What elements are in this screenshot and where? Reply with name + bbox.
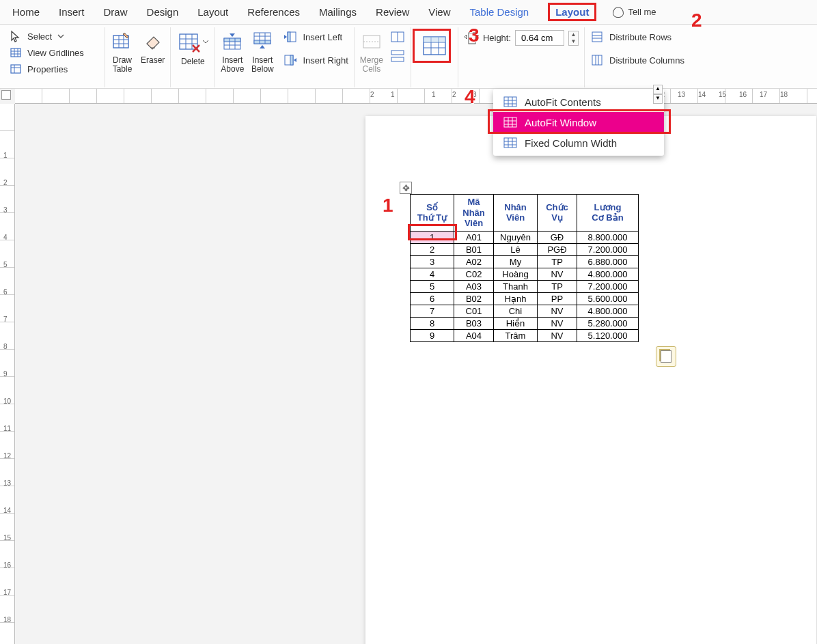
table-cell[interactable]: PGĐ bbox=[538, 243, 577, 255]
autofit-contents-item[interactable]: AutoFit Contents bbox=[493, 92, 664, 112]
table-cell[interactable]: NV bbox=[538, 329, 577, 341]
table-cell[interactable]: NV bbox=[538, 305, 577, 317]
menu-table-design[interactable]: Table Design bbox=[460, 2, 538, 22]
spin-down-icon[interactable]: ▼ bbox=[569, 38, 578, 45]
table-cell[interactable]: 5 bbox=[411, 280, 454, 292]
horizontal-ruler[interactable]: 21123456789101112131415161718 bbox=[15, 89, 817, 104]
table-cell[interactable]: GĐ bbox=[538, 231, 577, 243]
table-cell[interactable]: NV bbox=[538, 268, 577, 280]
table-move-handle[interactable]: ✥ bbox=[400, 182, 412, 194]
table-cell[interactable]: A01 bbox=[454, 231, 494, 243]
table-cell[interactable]: My bbox=[494, 255, 538, 268]
view-gridlines-button[interactable]: View Gridlines bbox=[10, 46, 99, 59]
table-cell[interactable]: A04 bbox=[454, 329, 494, 341]
spin-up-icon[interactable]: ▲ bbox=[569, 31, 578, 38]
paste-options-button[interactable] bbox=[656, 346, 676, 367]
menu-review[interactable]: Review bbox=[366, 2, 419, 22]
scroll-up-icon[interactable]: ▲ bbox=[653, 85, 663, 94]
table-cell[interactable]: PP bbox=[538, 292, 577, 305]
menu-view[interactable]: View bbox=[419, 2, 460, 22]
table-cell[interactable]: Hạnh bbox=[494, 292, 538, 305]
data-table[interactable]: Số Thứ TựMã Nhân ViênNhân ViênChức VụLươ… bbox=[410, 194, 639, 342]
distribute-columns-button[interactable]: Distribute Columns bbox=[590, 53, 684, 67]
dropdown-scroll[interactable]: ▲ ▼ bbox=[653, 85, 663, 104]
table-cell[interactable]: B02 bbox=[454, 292, 494, 305]
table-cell[interactable]: 5.280.000 bbox=[577, 317, 639, 329]
table-cell[interactable]: 2 bbox=[411, 243, 454, 255]
insert-above-button[interactable]: Insert Above bbox=[221, 30, 244, 74]
table-cell[interactable]: 5.120.000 bbox=[577, 329, 639, 341]
table-header[interactable]: Số Thứ Tự bbox=[411, 195, 454, 232]
menu-insert[interactable]: Insert bbox=[49, 2, 94, 22]
insert-left-button[interactable]: Insert Left bbox=[283, 30, 348, 44]
table-cell[interactable]: 7.200.000 bbox=[577, 243, 639, 255]
table-cell[interactable]: B01 bbox=[454, 243, 494, 255]
distribute-rows-button[interactable]: Distribute Rows bbox=[590, 30, 684, 44]
table-cell[interactable]: Trâm bbox=[494, 329, 538, 341]
table-cell[interactable]: 8 bbox=[411, 317, 454, 329]
properties-button[interactable]: Properties bbox=[10, 63, 99, 75]
table-cell[interactable]: NV bbox=[538, 317, 577, 329]
table-cell[interactable]: 8.800.000 bbox=[577, 231, 639, 243]
split-cells-icon[interactable] bbox=[390, 30, 405, 44]
tab-selector-icon[interactable] bbox=[1, 90, 11, 100]
table-row[interactable]: 8B03HiềnNV5.280.000 bbox=[411, 317, 639, 329]
insert-right-button[interactable]: Insert Right bbox=[283, 53, 348, 67]
table-cell[interactable]: Hoàng bbox=[494, 268, 538, 280]
table-cell[interactable]: C02 bbox=[454, 268, 494, 280]
table-row[interactable]: 1A01NguyênGĐ8.800.000 bbox=[411, 231, 639, 243]
delete-button[interactable]: Delete bbox=[176, 30, 209, 66]
table-cell[interactable]: 5.600.000 bbox=[577, 292, 639, 305]
table-cell[interactable]: 7.200.000 bbox=[577, 280, 639, 292]
insert-below-button[interactable]: Insert Below bbox=[251, 30, 274, 74]
menu-draw[interactable]: Draw bbox=[94, 2, 137, 22]
table-header[interactable]: Mã Nhân Viên bbox=[454, 195, 494, 232]
table-row[interactable]: 7C01ChiNV4.800.000 bbox=[411, 305, 639, 317]
table-row[interactable]: 9A04TrâmNV5.120.000 bbox=[411, 329, 639, 341]
table-cell[interactable]: 4.800.000 bbox=[577, 268, 639, 280]
merge-cells-button[interactable]: Merge Cells bbox=[360, 30, 383, 74]
table-header[interactable]: Chức Vụ bbox=[538, 195, 577, 232]
tell-me-search[interactable]: Tell me bbox=[613, 7, 656, 18]
table-cell[interactable]: A03 bbox=[454, 280, 494, 292]
menu-mailings[interactable]: Mailings bbox=[309, 2, 366, 22]
table-row[interactable]: 3A02MyTP6.880.000 bbox=[411, 255, 639, 268]
table-cell[interactable]: 7 bbox=[411, 305, 454, 317]
menu-references[interactable]: References bbox=[238, 2, 309, 22]
table-row[interactable]: 5A03ThanhTP7.200.000 bbox=[411, 280, 639, 292]
table-cell[interactable]: 3 bbox=[411, 255, 454, 268]
table-cell[interactable]: 9 bbox=[411, 329, 454, 341]
table-header[interactable]: Nhân Viên bbox=[494, 195, 538, 232]
split-table-icon[interactable] bbox=[390, 49, 405, 63]
scroll-down-icon[interactable]: ▼ bbox=[653, 94, 663, 104]
table-cell[interactable]: A02 bbox=[454, 255, 494, 268]
eraser-button[interactable]: Eraser bbox=[141, 30, 165, 65]
table-cell[interactable]: C01 bbox=[454, 305, 494, 317]
table-cell[interactable]: 6.880.000 bbox=[577, 255, 639, 268]
height-spinner[interactable]: ▲▼ bbox=[568, 31, 579, 46]
menu-design[interactable]: Design bbox=[137, 2, 189, 22]
table-cell[interactable]: TP bbox=[538, 280, 577, 292]
table-cell[interactable]: 4.800.000 bbox=[577, 305, 639, 317]
draw-table-button[interactable]: Draw Table bbox=[111, 30, 134, 74]
table-row[interactable]: 4C02HoàngNV4.800.000 bbox=[411, 268, 639, 280]
menu-table-layout[interactable]: Layout bbox=[538, 2, 606, 22]
table-cell[interactable]: Lê bbox=[494, 243, 538, 255]
vertical-ruler[interactable]: 1234567891011121314151617181920 bbox=[0, 104, 15, 644]
select-button[interactable]: Select bbox=[10, 30, 99, 42]
menu-layout[interactable]: Layout bbox=[188, 2, 238, 22]
table-cell[interactable]: TP bbox=[538, 255, 577, 268]
table-row[interactable]: 6B02HạnhPP5.600.000 bbox=[411, 292, 639, 305]
table-header[interactable]: Lương Cơ Bản bbox=[577, 195, 639, 232]
autofit-button[interactable] bbox=[417, 30, 452, 63]
table-cell[interactable]: 6 bbox=[411, 292, 454, 305]
autofit-window-item[interactable]: AutoFit Window bbox=[493, 112, 664, 132]
table-row[interactable]: 2B01LêPGĐ7.200.000 bbox=[411, 243, 639, 255]
table-cell[interactable]: Hiền bbox=[494, 317, 538, 329]
table-cell[interactable]: Nguyên bbox=[494, 231, 538, 243]
table-cell[interactable]: 4 bbox=[411, 268, 454, 280]
table-cell[interactable]: 1 bbox=[411, 231, 454, 243]
menu-home[interactable]: Home bbox=[3, 2, 49, 22]
table-cell[interactable]: Chi bbox=[494, 305, 538, 317]
fixed-width-item[interactable]: Fixed Column Width bbox=[493, 132, 664, 153]
